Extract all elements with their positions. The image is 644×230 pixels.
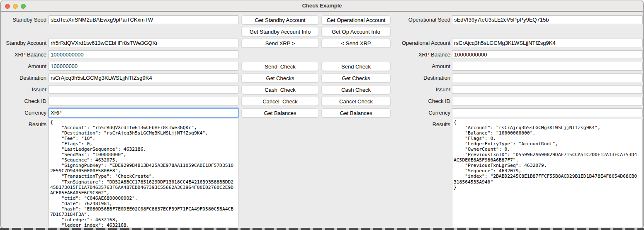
- get-standby-account-button[interactable]: Get Standby Account: [241, 15, 319, 24]
- standby-seed-field[interactable]: sEdTcsXnSNM2uBAEwxg9pPaiTCKxmTW: [49, 15, 238, 24]
- standby-get-checks-button[interactable]: Get Checks: [241, 73, 319, 83]
- standby-cash-check-button[interactable]: Cash Check: [241, 85, 319, 94]
- standby-amount-label: Amount: [1, 62, 46, 71]
- operational-account-field[interactable]: rsCrAjcq3h5sLGCMg3KLWSLjjNTfZsg9K4: [452, 39, 643, 47]
- zoom-icon[interactable]: [21, 4, 26, 9]
- standby-destination-label: Destination: [1, 73, 46, 82]
- app-window: Check Example Standby Seed sEdTcsXnSNM2u…: [0, 0, 644, 229]
- standby-balance-field[interactable]: 10000000000: [49, 50, 238, 59]
- standby-results-area[interactable]: { "Account": "rh5rRdQVXrd1tw613wCEbHFr8s…: [49, 119, 238, 227]
- operational-seed-field[interactable]: sEdVf39y7teU3sLE2cV5PpPy9EQ715b: [452, 15, 643, 24]
- operational-currency-field[interactable]: [452, 108, 643, 117]
- get-standby-account-info-button[interactable]: Get Standby Account Info: [241, 27, 319, 36]
- standby-issuer-field[interactable]: [49, 85, 238, 94]
- standby-seed-label: Standby Seed: [1, 15, 46, 24]
- get-op-account-info-button[interactable]: Get Op Account Info: [321, 27, 391, 36]
- operational-check-id-field[interactable]: [452, 97, 643, 105]
- standby-balance-label: XRP Balance: [1, 50, 46, 59]
- operational-destination-field[interactable]: [452, 73, 643, 82]
- operational-issuer-label: Issuer: [370, 85, 450, 94]
- operational-check-id-label: Check ID: [370, 97, 450, 105]
- standby-issuer-label: Issuer: [1, 85, 46, 94]
- standby-destination-field[interactable]: rsCrAjcq3h5sLGCMg3KLWSLjjNTfZsg9K4: [49, 73, 238, 82]
- standby-get-balances-button[interactable]: Get Balances: [241, 108, 319, 117]
- operational-seed-label: Operational Seed: [370, 15, 450, 24]
- operational-amount-label: Amount: [370, 62, 450, 71]
- standby-check-id-field[interactable]: [49, 97, 238, 105]
- text-cursor: [62, 110, 63, 115]
- traffic-lights: [5, 4, 26, 9]
- standby-currency-field[interactable]: XRP: [48, 108, 239, 118]
- standby-account-field[interactable]: rh5rRdQVXrd1tw613wCEbHFr8sTWe3GQKr: [49, 39, 238, 47]
- operational-account-label: Operational Account: [370, 39, 450, 47]
- operational-amount-field[interactable]: [452, 62, 643, 71]
- operational-results-area[interactable]: { "Account": "rsCrAjcq3h5sLGCMg3KLWSLjjN…: [452, 119, 643, 227]
- send-xrp-right-button[interactable]: Send XRP >: [241, 39, 319, 48]
- standby-results-label: Results: [1, 120, 46, 129]
- window-bottom-edge: [0, 228, 644, 230]
- close-icon[interactable]: [5, 4, 10, 9]
- standby-cancel-check-button[interactable]: Cancel Check: [241, 97, 319, 106]
- standby-account-label: Standby Account: [1, 39, 46, 47]
- currency-text: XRP: [51, 110, 62, 116]
- operational-balance-field[interactable]: 10000000000: [452, 50, 643, 59]
- minimize-icon[interactable]: [13, 4, 18, 9]
- operational-issuer-field[interactable]: [452, 85, 643, 94]
- standby-amount-field[interactable]: 100000000: [49, 62, 238, 71]
- window-title: Check Example: [302, 2, 342, 9]
- operational-balance-label: XRP Balance: [370, 50, 450, 59]
- operational-destination-label: Destination: [370, 73, 450, 82]
- operational-results-label: Results: [370, 120, 450, 129]
- title-bar[interactable]: Check Example: [1, 0, 643, 12]
- standby-send-check-button[interactable]: Send Check: [241, 62, 319, 71]
- operational-currency-label: Currency: [370, 108, 450, 117]
- standby-check-id-label: Check ID: [1, 97, 46, 105]
- standby-currency-label: Currency: [1, 108, 46, 117]
